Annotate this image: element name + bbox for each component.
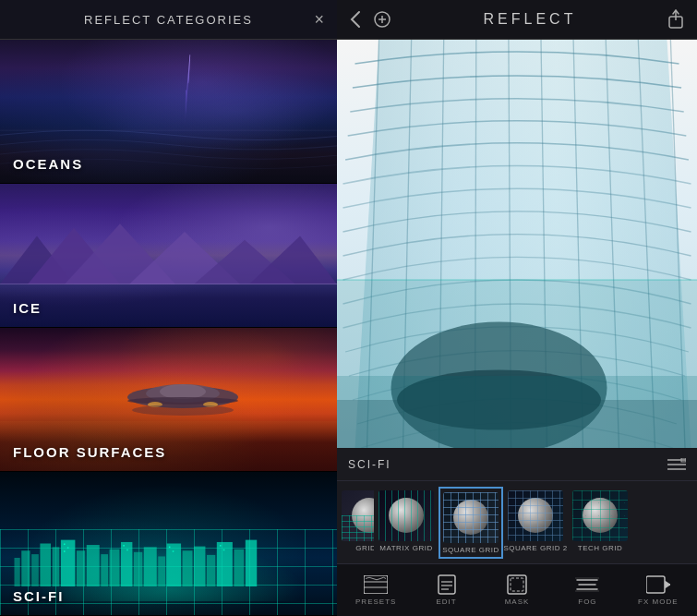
city-silhouette	[0, 529, 261, 586]
ocean-waves	[0, 126, 337, 183]
svg-rect-23	[21, 550, 30, 586]
svg-rect-48	[169, 547, 171, 549]
edit-label: EDIT	[436, 598, 456, 606]
svg-rect-51	[223, 550, 225, 551]
mask-label: MASK	[505, 598, 530, 606]
menu-button[interactable]	[667, 458, 686, 471]
svg-rect-81	[439, 575, 455, 594]
zoom-button[interactable]	[372, 9, 392, 30]
svg-rect-40	[217, 542, 233, 586]
canvas-image	[337, 40, 697, 448]
floor-label: FLOOR SURFACES	[13, 444, 166, 460]
preset-square-grid-2[interactable]: SQUARE GRID 2	[503, 487, 568, 559]
category-oceans[interactable]: OCEANS	[0, 40, 337, 184]
svg-rect-33	[134, 552, 142, 586]
categories-title: REFLECT CATEGORIES	[84, 13, 253, 27]
svg-point-17	[160, 384, 206, 399]
preset-square-label: SQUARE GRID	[442, 546, 499, 554]
preset-partial-label: GRID 2	[355, 544, 374, 552]
svg-rect-44	[67, 547, 69, 549]
svg-point-18	[127, 397, 238, 405]
svg-rect-46	[123, 545, 125, 547]
svg-rect-47	[126, 550, 128, 551]
scifi-category-title: SCI-FI	[348, 458, 391, 471]
svg-rect-35	[158, 556, 165, 586]
svg-rect-38	[194, 547, 205, 586]
svg-rect-41	[234, 550, 244, 586]
category-ice[interactable]: ICE	[0, 184, 337, 328]
tool-fx-mode[interactable]: FX MODE	[623, 571, 693, 610]
preset-square2-label: SQUARE GRID 2	[503, 544, 567, 552]
tool-presets[interactable]: PRESETS	[341, 571, 411, 610]
oceans-label: OCEANS	[13, 156, 83, 172]
scifi-bar: SCI-FI	[337, 448, 697, 481]
svg-rect-30	[101, 554, 108, 586]
fx-icon	[646, 574, 670, 595]
svg-rect-29	[87, 545, 100, 586]
svg-rect-27	[61, 540, 76, 586]
svg-rect-26	[53, 547, 60, 586]
back-icon	[350, 10, 361, 29]
svg-rect-50	[220, 545, 222, 547]
preset-square-grid[interactable]: SQUARE GRID	[439, 487, 503, 559]
svg-rect-25	[40, 544, 51, 587]
svg-rect-22	[15, 558, 20, 586]
presets-row: GRID 2 MATRIX GRID SQUARE GRID	[337, 481, 697, 564]
svg-rect-37	[183, 550, 193, 586]
reflect-logo: REFLECT	[484, 11, 577, 28]
svg-rect-34	[144, 547, 157, 586]
svg-rect-36	[167, 544, 182, 587]
svg-rect-43	[64, 544, 66, 546]
categories-header: REFLECT CATEGORIES ×	[0, 0, 337, 40]
svg-rect-42	[246, 540, 257, 586]
right-panel: REFLECT	[337, 0, 697, 616]
svg-rect-73	[337, 400, 697, 448]
category-sci-fi[interactable]: SCI-FI	[0, 472, 337, 616]
preset-matrix-grid[interactable]: MATRIX GRID	[374, 487, 439, 559]
svg-rect-32	[121, 542, 132, 586]
fog-icon	[575, 574, 599, 595]
right-header: REFLECT	[337, 0, 697, 40]
menu-icon	[667, 458, 686, 471]
ice-mountains	[0, 220, 337, 284]
left-panel: REFLECT CATEGORIES × OCEANS	[0, 0, 337, 616]
svg-rect-24	[31, 554, 39, 586]
fog-label: FOG	[578, 598, 596, 606]
svg-rect-28	[77, 550, 85, 586]
toolbar: PRESETS EDIT	[337, 564, 697, 616]
close-button[interactable]: ×	[314, 11, 324, 28]
back-button[interactable]	[350, 10, 361, 29]
preset-partial[interactable]: GRID 2	[337, 487, 374, 559]
category-floor-surfaces[interactable]: FLOOR SURFACES	[0, 328, 337, 472]
svg-rect-45	[64, 550, 66, 552]
zoom-icon	[372, 9, 392, 30]
presets-icon	[364, 574, 388, 595]
scifi-label: SCI-FI	[13, 588, 64, 604]
spaceship	[118, 371, 247, 417]
svg-point-21	[132, 405, 234, 416]
fx-mode-label: FX MODE	[638, 598, 678, 606]
edit-icon	[435, 574, 459, 595]
tool-mask[interactable]: MASK	[482, 571, 552, 610]
share-icon	[667, 9, 684, 30]
canvas-area[interactable]	[337, 40, 697, 448]
svg-rect-31	[110, 550, 120, 586]
svg-rect-39	[207, 555, 215, 586]
preset-tech-label: TECH GRID	[578, 544, 623, 552]
preset-matrix-label: MATRIX GRID	[379, 544, 432, 552]
svg-rect-86	[511, 578, 523, 591]
mask-icon	[505, 574, 529, 595]
category-list: OCEANS	[0, 40, 337, 616]
canvas-svg	[337, 40, 697, 448]
svg-rect-92	[646, 576, 665, 593]
share-button[interactable]	[667, 9, 684, 30]
tool-edit[interactable]: EDIT	[411, 571, 481, 610]
presets-label: PRESETS	[355, 598, 396, 606]
ice-label: ICE	[13, 300, 42, 316]
svg-rect-49	[173, 550, 174, 552]
bottom-section: SCI-FI GRID 2	[337, 448, 697, 616]
preset-tech-grid[interactable]: TECH GRID	[568, 487, 632, 559]
tool-fog[interactable]: FOG	[552, 571, 622, 610]
